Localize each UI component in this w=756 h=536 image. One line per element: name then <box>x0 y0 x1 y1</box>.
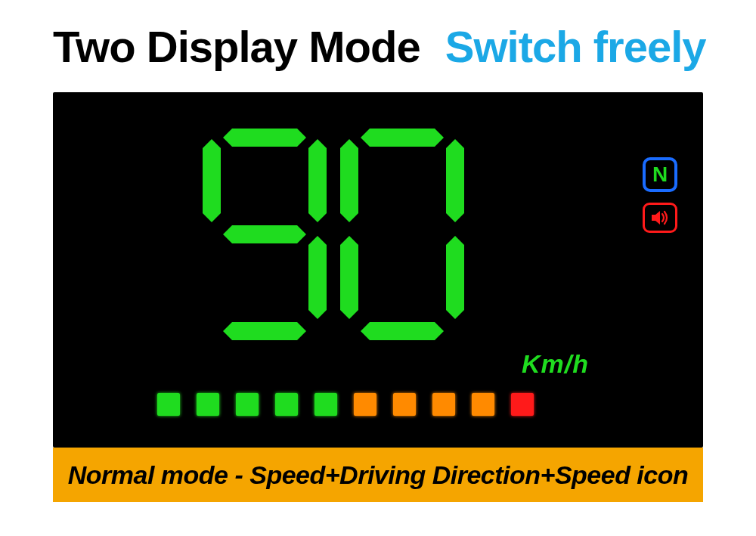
direction-indicator: N <box>643 157 677 192</box>
hud-display: Km/h N <box>53 92 703 448</box>
speed-bar-tick <box>197 393 219 416</box>
headline: Two Display Mode Switch freely <box>53 21 706 72</box>
speed-bar-tick <box>275 393 298 416</box>
direction-indicator-letter: N <box>652 163 668 187</box>
sound-icon <box>650 209 670 226</box>
indicator-column: N <box>643 157 677 233</box>
page: Two Display Mode Switch freely Km/h N No… <box>0 0 756 536</box>
speed-value <box>204 129 463 340</box>
speed-bar <box>157 393 534 416</box>
speed-bar-tick <box>472 393 494 416</box>
speed-bar-tick <box>314 393 337 416</box>
speed-digit <box>342 129 463 340</box>
speed-digit <box>204 129 325 340</box>
speed-bar-tick <box>236 393 259 416</box>
headline-accent: Switch freely <box>445 22 706 71</box>
speed-bar-tick <box>157 393 180 416</box>
caption-bar: Normal mode - Speed+Driving Direction+Sp… <box>53 448 703 502</box>
speed-bar-tick <box>354 393 376 416</box>
headline-main: Two Display Mode <box>53 22 420 71</box>
sound-indicator <box>643 203 677 233</box>
speed-bar-tick <box>511 393 534 416</box>
speed-unit: Km/h <box>522 349 589 379</box>
caption-text: Normal mode - Speed+Driving Direction+Sp… <box>68 460 689 490</box>
speed-bar-tick <box>432 393 455 416</box>
speed-bar-tick <box>393 393 416 416</box>
